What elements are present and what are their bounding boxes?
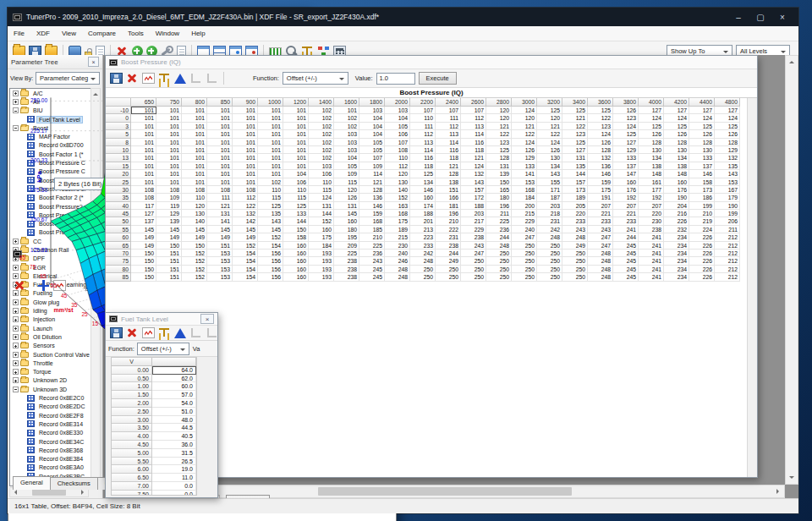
table-cell[interactable]: 107 xyxy=(385,139,410,146)
table-cell[interactable]: 212 xyxy=(715,266,740,273)
menu-compare[interactable]: Compare xyxy=(82,30,122,37)
table-cell[interactable]: 117 xyxy=(131,202,156,210)
table-cell[interactable]: 234 xyxy=(664,242,689,250)
table-cell[interactable]: 111 xyxy=(207,194,233,201)
table-cell[interactable]: 127 xyxy=(664,107,689,114)
table-cell[interactable]: 101 xyxy=(131,170,156,178)
table-cell[interactable]: 106 xyxy=(309,170,334,178)
table-cell[interactable]: 144 xyxy=(309,210,334,217)
table-cell[interactable]: 122 xyxy=(588,114,613,122)
table-cell[interactable]: 245 xyxy=(613,250,639,257)
table-cell[interactable]: 226 xyxy=(689,266,715,273)
table-cell[interactable]: 150 xyxy=(131,273,156,281)
save-icon[interactable] xyxy=(110,73,123,84)
table-cell[interactable]: 153 xyxy=(207,273,233,281)
fuel-row-header[interactable]: 6.50 xyxy=(112,474,152,482)
table-cell[interactable]: 120 xyxy=(182,202,207,210)
table-cell[interactable]: 124 xyxy=(639,114,664,122)
fuel-row-header[interactable]: 7.00 xyxy=(112,482,152,491)
table-cell[interactable]: 151 xyxy=(156,257,182,265)
table-cell[interactable]: 152 xyxy=(258,233,283,241)
table-cell[interactable]: 138 xyxy=(664,162,689,170)
column-header[interactable]: 1000 xyxy=(258,98,283,107)
table-cell[interactable]: 145 xyxy=(233,226,258,233)
table-cell[interactable]: 146 xyxy=(359,202,385,210)
table-cell[interactable]: 243 xyxy=(562,226,588,233)
menu-file[interactable]: File xyxy=(8,30,30,37)
table-cell[interactable]: 125 xyxy=(410,170,436,178)
table-cell[interactable]: 250 xyxy=(410,273,436,281)
table-cell[interactable]: 114 xyxy=(461,130,486,138)
tree-item[interactable]: Record 0x8E314 xyxy=(10,420,100,428)
table-cell[interactable]: 124 xyxy=(512,107,537,114)
table-cell[interactable]: 219 xyxy=(689,217,715,225)
table-cell[interactable]: 146 xyxy=(588,170,613,178)
table-cell[interactable]: 126 xyxy=(334,194,359,201)
table-cell[interactable]: 247 xyxy=(588,242,613,250)
table-cell[interactable]: 101 xyxy=(131,146,156,154)
table-cell[interactable]: 160 xyxy=(283,242,309,250)
table-cell[interactable]: 156 xyxy=(258,257,283,265)
column-header[interactable]: 2200 xyxy=(410,98,436,107)
row-header[interactable]: 25 xyxy=(106,178,131,186)
table-cell[interactable]: 110 xyxy=(410,114,436,122)
column-header[interactable]: 3200 xyxy=(537,98,562,107)
table-cell[interactable]: 101 xyxy=(258,162,283,170)
table-cell[interactable]: 115 xyxy=(334,178,359,186)
table-cell[interactable]: 158 xyxy=(283,233,309,241)
table-cell[interactable]: 245 xyxy=(613,266,639,273)
table-cell[interactable]: 122 xyxy=(562,123,588,130)
table-cell[interactable]: 247 xyxy=(588,233,613,241)
table-cell[interactable]: 101 xyxy=(283,123,309,130)
table-cell[interactable]: 101 xyxy=(207,107,233,114)
table-cell[interactable]: 104 xyxy=(334,154,359,162)
table-cell[interactable]: 173 xyxy=(562,186,588,194)
graph-icon[interactable] xyxy=(142,73,155,84)
table-cell[interactable]: 121 xyxy=(359,178,385,186)
table-cell[interactable]: 250 xyxy=(461,273,486,281)
tab-checksums[interactable]: Checksums xyxy=(50,477,98,490)
table-cell[interactable]: 104 xyxy=(359,123,385,130)
table-cell[interactable]: 207 xyxy=(613,202,639,210)
tree-item[interactable]: Unknown 3D xyxy=(10,385,100,393)
table-cell[interactable]: 151 xyxy=(156,250,182,257)
column-header[interactable]: 1400 xyxy=(309,98,334,107)
table-cell[interactable]: 125 xyxy=(537,107,562,114)
table-cell[interactable]: 120 xyxy=(512,114,537,122)
table-cell[interactable]: 107 xyxy=(436,107,461,114)
table-cell[interactable]: 119 xyxy=(156,202,182,210)
table-cell[interactable]: 249 xyxy=(562,242,588,250)
table-cell[interactable]: 243 xyxy=(359,257,385,265)
table-cell[interactable]: 104 xyxy=(359,114,385,122)
table-cell[interactable]: 215 xyxy=(385,233,410,241)
table-cell[interactable]: 153 xyxy=(207,266,233,273)
table-cell[interactable]: 126 xyxy=(512,146,537,154)
fuel-cell[interactable]: 48.0 xyxy=(152,416,196,425)
row-header[interactable]: -10 xyxy=(106,107,131,114)
table-cell[interactable]: 225 xyxy=(359,242,385,250)
table-cell[interactable]: 101 xyxy=(207,130,233,138)
table-cell[interactable]: 121 xyxy=(436,162,461,170)
table-cell[interactable]: 129 xyxy=(512,154,537,162)
table-cell[interactable]: 103 xyxy=(334,146,359,154)
table-cell[interactable]: 223 xyxy=(410,233,436,241)
table-cell[interactable]: 195 xyxy=(334,233,359,241)
table-cell[interactable]: 160 xyxy=(613,178,639,186)
table-cell[interactable]: 103 xyxy=(334,130,359,138)
fuel-row-header[interactable]: 3.50 xyxy=(112,424,152,432)
table-cell[interactable]: 123 xyxy=(588,123,613,130)
table-cell[interactable]: 101 xyxy=(283,162,309,170)
table-cell[interactable]: 101 xyxy=(207,178,233,186)
table-cell[interactable]: 151 xyxy=(207,242,233,250)
table-cell[interactable]: 101 xyxy=(233,107,258,114)
table-cell[interactable]: 126 xyxy=(664,130,689,138)
table-cell[interactable]: 177 xyxy=(639,186,664,194)
column-header[interactable]: 3000 xyxy=(512,98,537,107)
table-cell[interactable]: 101 xyxy=(207,162,233,170)
column-header[interactable]: 650 xyxy=(131,98,156,107)
table-cell[interactable]: 112 xyxy=(461,114,486,122)
column-header[interactable]: 850 xyxy=(207,98,233,107)
table-cell[interactable]: 101 xyxy=(131,107,156,114)
table-cell[interactable]: 250 xyxy=(562,273,588,281)
column-header[interactable]: 4200 xyxy=(664,98,689,107)
